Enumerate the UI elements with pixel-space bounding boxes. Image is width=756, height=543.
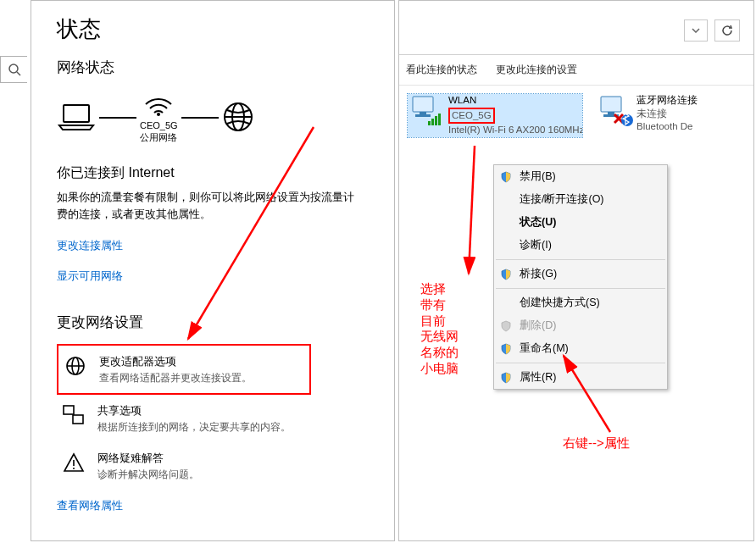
svg-point-26 [621,114,633,126]
ctx-shortcut[interactable]: 创建快捷方式(S) [494,291,667,314]
shield-icon [500,269,512,280]
refresh-icon [721,25,733,36]
wifi-net-type: 公用网络 [140,132,177,142]
separator [496,259,665,260]
section-network-status: 网络状态 [57,58,375,77]
share-icon [62,403,86,427]
link-view-network-props[interactable]: 查看网络属性 [57,498,375,513]
refresh-button[interactable] [714,19,740,42]
option-title: 共享选项 [97,403,291,418]
option-desc: 查看网络适配器并更改连接设置。 [99,372,252,385]
svg-rect-15 [420,112,426,114]
option-troubleshoot[interactable]: 网络疑难解答 诊断并解决网络问题。 [57,442,311,490]
adapter-list: WLAN CEO_5G Intel(R) Wi-Fi 6 AX200 160MH… [399,86,753,146]
ctx-rename[interactable]: 重命名(M) [494,337,667,360]
svg-rect-11 [73,415,83,424]
svg-rect-21 [601,97,621,112]
svg-rect-22 [608,112,614,114]
network-adapter-icon [596,94,633,128]
link-change-connection-props[interactable]: 更改连接属性 [57,238,375,253]
svg-rect-20 [438,114,441,125]
svg-rect-10 [64,406,74,414]
globe-settings-icon [64,354,87,378]
ctx-status[interactable]: 状态(U) [494,211,667,234]
adapter-name: 蓝牙网络连接 [636,94,698,108]
svg-rect-14 [413,97,433,112]
shield-icon [500,372,512,384]
adapter-name: WLAN [448,94,582,108]
separator [496,288,665,289]
toolbar: 看此连接的状态 更改此连接的设置 [399,55,753,86]
ctx-bridge[interactable]: 桥接(G) [494,263,667,285]
adapter-device: Intel(R) Wi-Fi 6 AX200 160MHz [448,124,582,137]
ctx-delete: 删除(D) [494,314,667,337]
titlebar-area [399,1,753,55]
option-title: 更改适配器选项 [99,354,252,369]
wifi-icon [143,92,174,119]
connected-desc: 如果你的流量套餐有限制，则你可以将此网络设置为按流量计费的连接，或者更改其他属性… [57,189,362,223]
page-title: 状态 [57,14,375,44]
network-adapter-icon [408,94,445,128]
ctx-disable[interactable]: 禁用(B) [494,165,667,188]
shield-icon [500,171,512,183]
svg-rect-16 [415,114,431,117]
wifi-ssid: CEO_5G [140,120,178,130]
annotation-rightclick: 右键-->属性 [563,435,630,452]
toolbar-change-settings[interactable]: 更改此连接的设置 [496,63,577,77]
toolbar-view-status[interactable]: 看此连接的状态 [406,63,477,77]
ctx-connect[interactable]: 连接/断开连接(O) [494,188,667,211]
svg-rect-18 [431,119,434,125]
separator [496,363,665,363]
svg-rect-2 [64,105,89,122]
search-tab[interactable] [0,56,27,83]
option-desc: 诊断并解决网络问题。 [97,468,199,481]
connected-label: 你已连接到 Internet [57,164,375,182]
adapter-device: Bluetooth De [636,120,698,134]
chevron-down-icon [692,28,700,33]
svg-line-1 [17,72,20,75]
globe-icon [222,101,254,136]
settings-status-panel: 状态 网络状态 CEO_5G公用网络 你已连接到 Internet 如果你的流量… [31,0,395,541]
option-desc: 根据所连接到的网络，决定要共享的内容。 [97,421,291,434]
link-show-available-networks[interactable]: 显示可用网络 [57,269,375,284]
option-change-adapter[interactable]: 更改适配器选项 查看网络适配器并更改连接设置。 [57,344,311,395]
connection-diagram: CEO_5G公用网络 [57,92,375,144]
warning-icon [62,451,86,474]
laptop-icon [57,103,96,134]
search-icon [8,63,21,76]
option-title: 网络疑难解答 [97,451,199,466]
svg-point-0 [9,64,18,73]
context-menu: 禁用(B) 连接/断开连接(O) 状态(U) 诊断(I) 桥接(G) 创建快捷方… [493,164,668,390]
shield-icon [500,343,512,355]
shield-icon [500,320,512,332]
adapter-bluetooth[interactable]: 蓝牙网络连接 未连接 Bluetooth De [596,94,706,137]
dropdown-button[interactable] [684,19,708,42]
svg-rect-19 [435,116,437,125]
adapter-ssid: CEO_5G [448,108,495,125]
svg-point-3 [157,113,160,116]
annotation-guide: 选择 带有 目前 无线网 名称的 小电脑 [420,281,459,377]
ctx-properties[interactable]: 属性(R) [494,366,667,389]
svg-rect-17 [428,121,431,125]
svg-point-13 [73,468,75,469]
adapter-wlan[interactable]: WLAN CEO_5G Intel(R) Wi-Fi 6 AX200 160MH… [408,94,582,137]
section-change-network: 更改网络设置 [57,313,375,332]
adapter-status: 未连接 [636,108,698,121]
ctx-diagnose[interactable]: 诊断(I) [494,234,667,257]
option-sharing[interactable]: 共享选项 根据所连接到的网络，决定要共享的内容。 [57,395,311,442]
